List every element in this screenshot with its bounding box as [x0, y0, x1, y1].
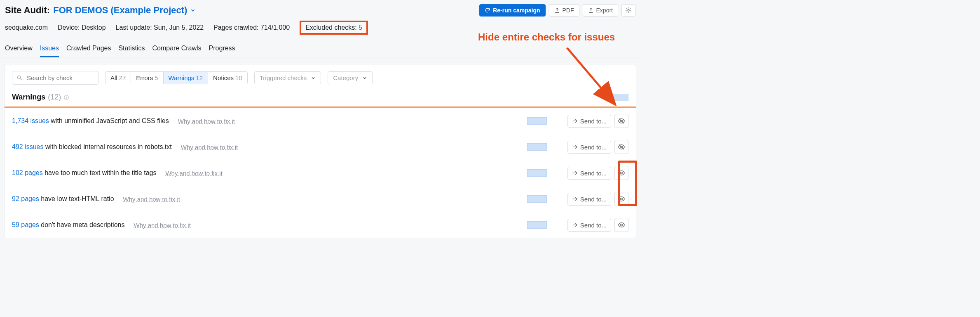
send-to-button[interactable]: Send to...	[567, 219, 611, 232]
filter-errors[interactable]: Errors5	[131, 72, 163, 84]
search-icon	[16, 75, 23, 81]
eye-icon	[618, 221, 625, 229]
filter-errors-label: Errors	[136, 74, 153, 81]
send-to-label: Send to...	[580, 222, 607, 229]
filter-all-label: All	[110, 74, 117, 81]
upload-icon	[588, 7, 594, 13]
show-check-button[interactable]	[614, 218, 628, 232]
why-fix-link[interactable]: Why and how to fix it	[134, 222, 190, 229]
issue-count-link[interactable]: 92 pages	[12, 195, 39, 202]
chevron-down-icon	[362, 76, 367, 80]
issue-count-link[interactable]: 492 issues	[12, 143, 44, 150]
tab-issues[interactable]: Issues	[40, 42, 59, 57]
filter-all[interactable]: All27	[106, 72, 131, 84]
crawled-label: Pages crawled:	[213, 24, 258, 31]
issue-count-link[interactable]: 1,734 issues	[12, 117, 49, 124]
annotation-text: Hide entire checks for issues	[478, 31, 615, 43]
crawled-info: Pages crawled: 714/1,000	[213, 24, 290, 31]
issue-count-link[interactable]: 59 pages	[12, 221, 39, 228]
hide-check-button[interactable]	[614, 114, 628, 128]
info-icon[interactable]	[63, 95, 69, 100]
svg-point-6	[66, 96, 67, 96]
pdf-button[interactable]: PDF	[549, 4, 579, 17]
show-check-button[interactable]	[614, 192, 628, 206]
trend-sparkline	[527, 169, 547, 177]
section-title: Warnings	[12, 93, 45, 102]
device-info: Device: Desktop	[58, 24, 106, 31]
trend-sparkline	[527, 117, 547, 125]
send-to-button[interactable]: Send to...	[567, 167, 611, 180]
trend-sparkline	[609, 94, 628, 101]
send-to-button[interactable]: Send to...	[567, 115, 611, 128]
why-fix-link[interactable]: Why and how to fix it	[181, 144, 238, 151]
send-to-label: Send to...	[580, 196, 607, 203]
filter-all-count: 27	[119, 74, 126, 81]
eye-icon	[618, 169, 625, 177]
search-input-wrap[interactable]	[12, 71, 98, 85]
tab-compare-crawls[interactable]: Compare Crawls	[152, 42, 201, 57]
device-label: Device:	[58, 24, 80, 31]
issue-description: don't have meta descriptions	[39, 221, 125, 228]
triggered-checks-dropdown[interactable]: Triggered checks	[254, 71, 321, 84]
rerun-label: Re-run campaign	[493, 7, 540, 14]
category-dropdown[interactable]: Category	[328, 71, 373, 84]
issue-row: 92 pages have low text-HTML ratioWhy and…	[5, 186, 636, 212]
filter-notices[interactable]: Notices10	[208, 72, 247, 84]
page-title-prefix: Site Audit:	[5, 5, 50, 16]
issue-row: 492 issues with blocked internal resourc…	[5, 134, 636, 160]
upload-icon	[554, 7, 560, 13]
last-update-value: Sun, Jun 5, 2022	[154, 24, 204, 31]
show-check-button[interactable]	[614, 166, 628, 180]
gear-icon	[625, 7, 632, 14]
excluded-count-link[interactable]: 5	[359, 24, 362, 31]
share-icon	[572, 170, 578, 176]
share-icon	[572, 118, 578, 124]
trend-sparkline	[527, 143, 547, 151]
export-button[interactable]: Export	[583, 4, 618, 17]
issue-row: 102 pages have too much text within the …	[5, 160, 636, 186]
refresh-icon	[485, 7, 490, 13]
filter-warnings[interactable]: Warnings12	[163, 72, 208, 84]
why-fix-link[interactable]: Why and how to fix it	[165, 170, 222, 177]
why-fix-link[interactable]: Why and how to fix it	[123, 196, 180, 203]
domain-text: seoquake.com	[5, 24, 48, 31]
share-icon	[572, 222, 578, 228]
device-value: Desktop	[82, 24, 106, 31]
svg-point-13	[621, 224, 623, 226]
tab-crawled-pages[interactable]: Crawled Pages	[66, 42, 111, 57]
send-to-label: Send to...	[580, 170, 607, 177]
svg-point-2	[18, 76, 21, 79]
project-name-dropdown[interactable]: FOR DEMOS (Example Project)	[53, 5, 195, 16]
settings-button[interactable]	[621, 4, 635, 17]
crawled-value: 714/1,000	[260, 24, 290, 31]
issue-description: have too much text within the title tags	[43, 169, 157, 176]
project-name-text: FOR DEMOS (Example Project)	[53, 5, 187, 15]
triggered-label: Triggered checks	[260, 74, 307, 81]
pdf-label: PDF	[563, 7, 574, 14]
share-icon	[572, 196, 578, 202]
filter-warnings-count: 12	[196, 74, 203, 81]
excluded-checks-highlight: Excluded checks: 5	[300, 21, 368, 35]
issue-row: 1,734 issues with unminified JavaScript …	[5, 108, 636, 134]
section-count: (12)	[48, 93, 61, 102]
export-label: Export	[596, 7, 613, 14]
rerun-campaign-button[interactable]: Re-run campaign	[479, 4, 545, 17]
hide-check-button[interactable]	[614, 140, 628, 154]
issue-count-link[interactable]: 102 pages	[12, 169, 43, 176]
chevron-down-icon	[190, 7, 196, 13]
tab-progress[interactable]: Progress	[209, 42, 235, 57]
tab-statistics[interactable]: Statistics	[118, 42, 145, 57]
search-input[interactable]	[26, 74, 94, 82]
tab-overview[interactable]: Overview	[5, 42, 33, 57]
send-to-button[interactable]: Send to...	[567, 193, 611, 206]
svg-point-1	[628, 9, 629, 11]
chevron-down-icon	[311, 76, 316, 80]
why-fix-link[interactable]: Why and how to fix it	[178, 118, 235, 125]
issue-row: 59 pages don't have meta descriptionsWhy…	[5, 212, 636, 238]
issue-description: with unminified JavaScript and CSS files	[49, 117, 169, 124]
svg-line-3	[20, 78, 22, 80]
send-to-button[interactable]: Send to...	[567, 141, 611, 154]
last-update-label: Last update:	[116, 24, 152, 31]
svg-point-12	[621, 198, 623, 200]
svg-point-11	[621, 172, 623, 174]
